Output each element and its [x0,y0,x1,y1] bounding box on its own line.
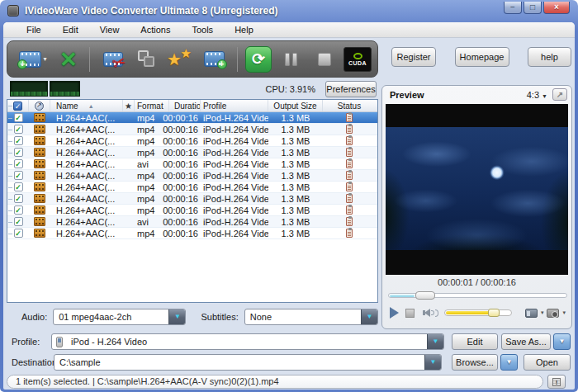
checkbox-checked-icon[interactable] [14,125,23,134]
table-row[interactable]: H.264+AAC(... mp4 00:00:16 iPod-H.264 Vi… [7,205,377,216]
header-convert-state[interactable] [29,100,50,111]
aspect-ratio-select[interactable]: 4:3 ▼ [527,90,547,100]
merge-button[interactable]: + [198,44,230,75]
checkbox-checked-icon[interactable] [14,182,23,191]
table-row[interactable]: H.264+AAC(... mp4 00:00:16 iPod-H.264 Vi… [7,147,377,158]
status-report-icon [346,217,353,226]
header-duration[interactable]: Duration [169,100,201,111]
checkbox-checked-icon[interactable] [14,217,23,226]
alert-button[interactable]: ! [547,375,566,389]
checkbox-checked-icon[interactable] [14,159,23,168]
globe-arrow-icon [35,102,44,111]
browse-dropdown-button[interactable]: ▼ [500,354,518,371]
seek-bar[interactable] [388,293,567,298]
open-button[interactable]: Open [524,354,571,371]
row-select-cell[interactable] [7,113,29,122]
row-select-cell[interactable] [7,217,29,226]
stop-playback-button[interactable] [405,309,415,318]
close-button[interactable]: × [543,2,570,14]
header-status[interactable]: Status [323,100,376,111]
menu-actions[interactable]: Actions [140,25,170,35]
film-strip-icon [34,148,45,157]
row-select-cell[interactable] [7,171,29,180]
row-select-cell[interactable] [7,229,29,238]
clip-capture-button[interactable] [525,309,538,318]
video-display[interactable] [386,104,568,275]
pause-button[interactable] [277,44,305,75]
menu-tools[interactable]: Tools [192,25,213,35]
checkbox-checked-icon[interactable] [14,194,23,203]
dropdown-arrow-icon[interactable]: ▼ [168,309,185,324]
row-select-cell[interactable] [7,205,29,215]
snapshot-camera-button[interactable] [547,309,559,318]
titlebar[interactable]: IVideoWare Video Converter Ultimate 8 (U… [0,0,578,22]
minimize-button[interactable]: − [504,2,522,14]
volume-slider[interactable] [444,309,512,316]
checkbox-checked-icon[interactable] [14,171,23,180]
seek-thumb[interactable] [415,291,435,300]
table-row[interactable]: H.264+AAC(... mp4 00:00:16 iPod-H.264 Vi… [7,228,377,239]
maximize-button[interactable]: □ [524,2,542,14]
header-format[interactable]: Format [135,100,169,111]
help-button[interactable]: help [528,47,571,67]
row-select-cell[interactable] [7,136,29,145]
menu-view[interactable]: View [100,25,120,35]
destination-select[interactable]: C:\sample ▼ [54,354,442,371]
browse-button[interactable]: Browse... [452,354,498,371]
clip-button[interactable]: ✂ [97,44,129,75]
checkbox-checked-icon[interactable] [14,148,23,157]
effect-button[interactable]: ★★ [165,44,193,75]
save-as-dropdown-button[interactable]: ▼ [553,333,571,350]
menu-file[interactable]: File [26,25,41,35]
checkbox-checked-icon[interactable] [14,136,23,145]
row-select-cell[interactable] [7,194,29,203]
chevron-down-icon[interactable]: ▾ [541,309,544,316]
register-button[interactable]: Register [391,47,436,67]
row-select-cell[interactable] [7,148,29,157]
header-profile[interactable]: Profile [201,100,268,111]
menu-help[interactable]: Help [235,25,253,35]
add-video-button[interactable]: + ▾ [16,44,50,75]
table-row[interactable]: H.264+AAC(... mp4 00:00:16 iPod-H.264 Vi… [7,135,377,147]
profile-select[interactable]: iPod - H.264 Video ▼ [51,333,444,350]
dropdown-arrow-icon[interactable]: ▼ [361,309,377,324]
header-output-size[interactable]: Output Size [268,100,323,111]
video-frame-moon-night-scene [386,127,568,250]
popout-button[interactable]: ↗ [552,88,567,101]
dropdown-arrow-icon[interactable]: ▼ [427,334,443,349]
checkbox-checked-icon[interactable] [14,205,23,215]
checkbox-checked-icon[interactable] [14,229,23,238]
preferences-button[interactable]: Preferences [325,81,377,97]
header-rating[interactable]: ★ [123,100,135,111]
homepage-button[interactable]: Homepage [455,47,509,67]
play-button[interactable] [390,307,399,319]
volume-thumb[interactable] [488,309,500,317]
table-row[interactable]: H.264+AAC(... avi 00:00:16 iPod-H.264 Vi… [7,216,377,228]
dropdown-arrow-icon[interactable]: ▼ [424,355,441,370]
save-as-button[interactable]: Save As... [501,333,551,350]
row-select-cell[interactable] [7,125,29,134]
volume-icon[interactable] [423,309,438,317]
table-row[interactable]: H.264+AAC(... mp4 00:00:16 iPod-H.264 Vi… [7,170,377,182]
table-row[interactable]: H.264+AAC(... mp4 00:00:16 iPod-H.264 Vi… [7,182,377,193]
crop-button[interactable] [134,44,160,75]
table-row[interactable]: H.264+AAC(... mp4 00:00:16 iPod-H.264 Vi… [7,193,377,205]
checkbox-checked-icon[interactable] [14,113,23,122]
row-select-cell[interactable] [7,159,29,168]
audio-select[interactable]: 01 mpeg4aac-2ch ▼ [53,309,186,325]
menu-edit[interactable]: Edit [63,25,78,35]
delete-button[interactable]: ✕ [55,44,82,75]
stop-button[interactable] [310,44,339,75]
chevron-down-icon[interactable]: ▾ [562,309,566,316]
edit-profile-button[interactable]: Edit [452,333,498,350]
table-row[interactable]: H.264+AAC(... avi 00:00:16 iPod-H.264 Vi… [7,158,377,170]
subtitles-select[interactable]: None ▼ [244,309,378,325]
ipod-device-icon [56,337,63,347]
header-name[interactable]: Name▲ [50,100,123,111]
table-row[interactable]: H.264+AAC(... mp4 00:00:16 iPod-H.264 Vi… [7,124,377,135]
table-row[interactable]: H.264+AAC(... mp4 00:00:16 iPod-H.264 Vi… [7,112,377,124]
convert-button[interactable]: ⟳ [245,44,272,75]
scissors-icon: ✂ [110,51,128,73]
row-select-cell[interactable] [7,182,29,191]
header-select-all[interactable]: ✓ [7,100,29,111]
